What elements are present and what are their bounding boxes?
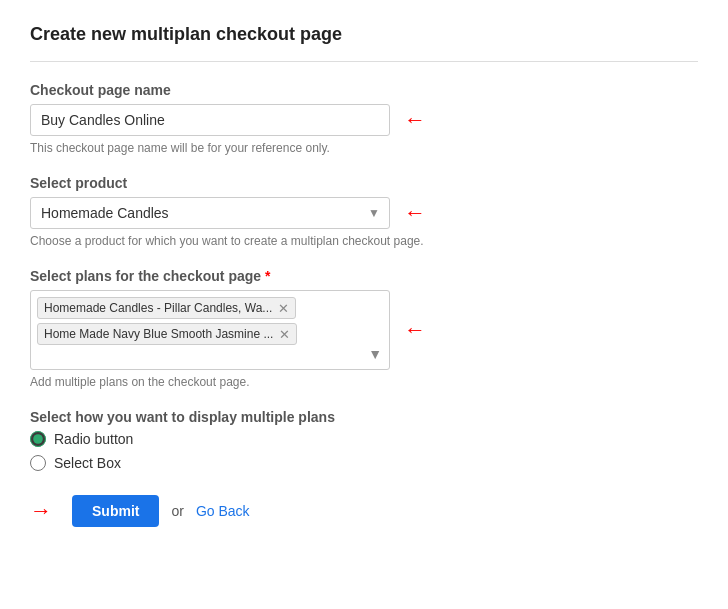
select-plans-section: Select plans for the checkout page * Hom… (30, 268, 698, 389)
form-actions: → Submit or Go Back (30, 495, 698, 527)
select-product-help: Choose a product for which you want to c… (30, 234, 698, 248)
select-product-section: Select product Homemade Candles ▼ ← Choo… (30, 175, 698, 248)
display-type-label: Select how you want to display multiple … (30, 409, 698, 425)
radio-label-radio: Radio button (54, 431, 133, 447)
select-product-label: Select product (30, 175, 698, 191)
page-title: Create new multiplan checkout page (30, 24, 698, 45)
select-plans-help: Add multiple plans on the checkout page. (30, 375, 698, 389)
plans-dropdown-btn[interactable]: ▼ (365, 345, 385, 363)
checkout-name-help: This checkout page name will be for your… (30, 141, 698, 155)
plan-tag-1: Homemade Candles - Pillar Candles, Wa...… (37, 297, 296, 319)
or-text: or (171, 503, 183, 519)
arrow-right-1: ← (404, 109, 426, 131)
plan-tag-1-remove[interactable]: ✕ (278, 302, 289, 315)
checkout-name-input[interactable] (30, 104, 390, 136)
radio-label-select: Select Box (54, 455, 121, 471)
radio-input-radio[interactable] (30, 431, 46, 447)
select-plans-label: Select plans for the checkout page * (30, 268, 698, 284)
plan-tag-1-text: Homemade Candles - Pillar Candles, Wa... (44, 301, 272, 315)
plans-box-controls: ▼ (365, 345, 385, 363)
checkout-name-section: Checkout page name ← This checkout page … (30, 82, 698, 155)
radio-input-select[interactable] (30, 455, 46, 471)
checkout-name-row: ← (30, 104, 698, 136)
plans-box[interactable]: Homemade Candles - Pillar Candles, Wa...… (30, 290, 390, 370)
section-divider (30, 61, 698, 62)
select-product-input[interactable]: Homemade Candles (30, 197, 390, 229)
required-asterisk: * (265, 268, 270, 284)
select-plans-row: Homemade Candles - Pillar Candles, Wa...… (30, 290, 698, 370)
radio-item-radio[interactable]: Radio button (30, 431, 698, 447)
plan-tag-2: Home Made Navy Blue Smooth Jasmine ... ✕ (37, 323, 297, 345)
checkout-name-label: Checkout page name (30, 82, 698, 98)
display-type-section: Select how you want to display multiple … (30, 409, 698, 471)
radio-item-select[interactable]: Select Box (30, 455, 698, 471)
select-product-wrapper: Homemade Candles ▼ (30, 197, 390, 229)
radio-group: Radio button Select Box (30, 431, 698, 471)
plan-tag-2-remove[interactable]: ✕ (279, 328, 290, 341)
arrow-right-3: ← (404, 319, 426, 341)
arrow-right-2: ← (404, 202, 426, 224)
arrow-left-submit: → (30, 500, 52, 522)
select-product-row: Homemade Candles ▼ ← (30, 197, 698, 229)
go-back-link[interactable]: Go Back (196, 503, 250, 519)
plan-tag-2-text: Home Made Navy Blue Smooth Jasmine ... (44, 327, 273, 341)
submit-button[interactable]: Submit (72, 495, 159, 527)
